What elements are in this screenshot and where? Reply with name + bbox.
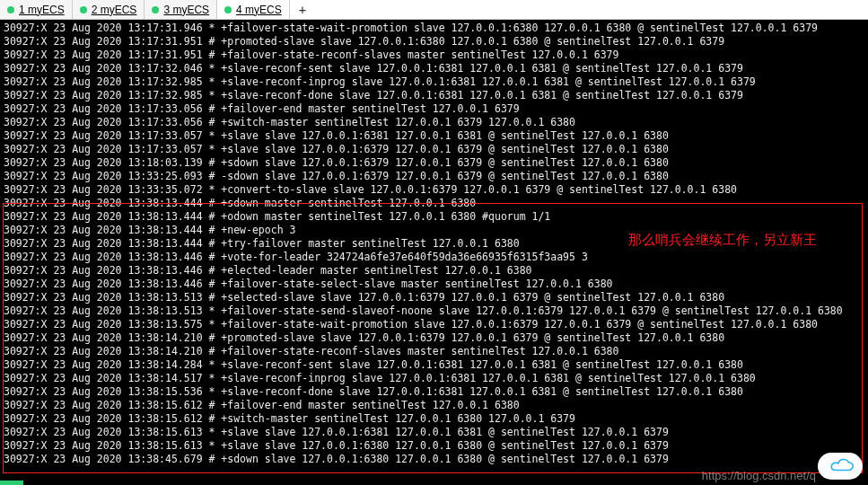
log-line: 30927:X 23 Aug 2020 13:17:31.951 # +fail… [4,48,864,62]
tab-4[interactable]: 4 myECS [217,0,290,19]
log-line: 30927:X 23 Aug 2020 13:18:03.139 # +sdow… [4,156,864,170]
log-line: 30927:X 23 Aug 2020 13:17:31.951 # +prom… [4,35,864,48]
log-line: 30927:X 23 Aug 2020 13:17:32.046 * +slav… [4,62,864,75]
log-line: 30927:X 23 Aug 2020 13:17:33.056 # +swit… [4,116,864,129]
tab-3[interactable]: 3 myECS [145,0,217,19]
logo-badge [818,453,863,480]
log-line: 30927:X 23 Aug 2020 13:17:32.985 * +slav… [4,75,864,89]
log-line: 30927:X 23 Aug 2020 13:17:31.946 * +fail… [4,22,864,35]
log-line: 30927:X 23 Aug 2020 13:17:33.057 * +slav… [4,129,864,143]
log-line: 30927:X 23 Aug 2020 13:17:32.985 * +slav… [4,89,864,102]
tab-label: 2 myECS [92,4,137,16]
tab-label: 3 myECS [163,4,209,16]
tab-1[interactable]: 1 myECS [0,0,73,19]
tab-bar: 1 myECS 2 myECS 3 myECS 4 myECS + [0,0,868,20]
status-dot-icon [152,6,159,13]
progress-indicator [0,481,23,485]
add-tab-button[interactable]: + [290,0,315,19]
status-dot-icon [7,6,14,13]
annotation-text: 那么哨兵会继续工作，另立新王 [628,232,817,249]
status-dot-icon [80,6,87,13]
log-line: 30927:X 23 Aug 2020 13:17:33.057 * +slav… [4,143,864,156]
status-dot-icon [224,6,232,13]
tab-2[interactable]: 2 myECS [73,0,145,19]
watermark: https://blog.csdn.net/q [702,469,816,482]
tab-label: 4 myECS [236,4,282,16]
cloud-icon [824,457,856,475]
log-line: 30927:X 23 Aug 2020 13:33:25.093 # -sdow… [4,170,864,183]
log-line: 30927:X 23 Aug 2020 13:17:33.056 # +fail… [4,102,864,116]
log-line: 30927:X 23 Aug 2020 13:33:35.072 * +conv… [4,183,864,197]
tab-label: 1 myECS [19,4,65,16]
